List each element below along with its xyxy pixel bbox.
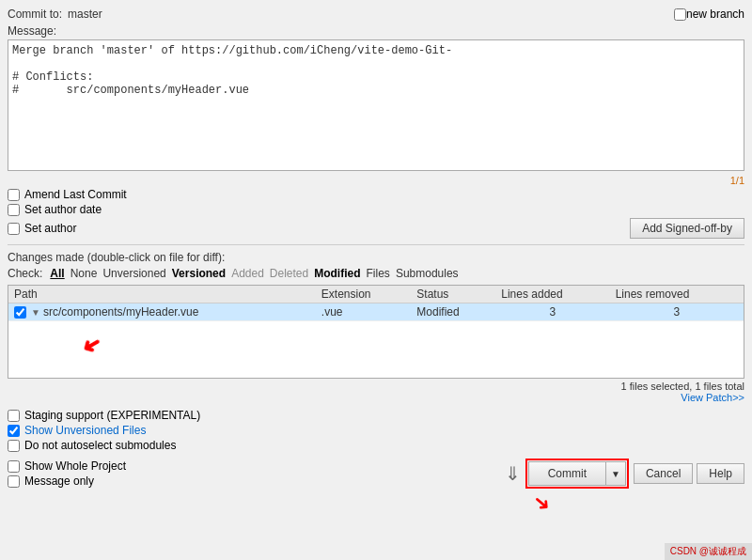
cell-lines-added: 3 <box>495 303 609 321</box>
check-label: Check: <box>8 267 42 280</box>
files-summary: 1 files selected, 1 files total <box>8 381 744 392</box>
col-lines-added: Lines added <box>495 286 609 303</box>
cancel-button[interactable]: Cancel <box>634 463 693 484</box>
file-table: Path Extension Status Lines added Lines … <box>8 286 744 321</box>
bottom-action-row: Show Whole Project Message only ⇓ Commit… <box>8 458 744 490</box>
tab-unversioned[interactable]: Unversioned <box>101 266 167 281</box>
message-section: Merge branch 'master' of https://github.… <box>8 39 744 186</box>
message-label: Message: <box>8 24 744 38</box>
cell-status: Modified <box>411 303 495 321</box>
tab-deleted[interactable]: Deleted <box>268 266 310 281</box>
show-whole-project-label: Show Whole Project <box>24 459 126 473</box>
message-only-label: Message only <box>24 474 94 488</box>
new-branch-checkbox[interactable] <box>674 8 686 21</box>
author-date-row: Set author date <box>8 203 744 216</box>
tab-submodules[interactable]: Submodules <box>394 266 461 281</box>
commit-to-row: Commit to: master new branch <box>8 8 744 21</box>
cell-extension: .vue <box>316 303 412 321</box>
add-signed-off-button[interactable]: Add Signed-off-by <box>630 218 744 239</box>
staging-row: Staging support (EXPERIMENTAL) <box>8 409 744 422</box>
view-patch-link[interactable]: View Patch>> <box>8 392 744 403</box>
csdn-watermark: CSDN @诚诚程成 <box>665 543 752 560</box>
col-path: Path <box>8 286 316 303</box>
message-only-checkbox[interactable] <box>8 475 20 488</box>
author-date-checkbox[interactable] <box>8 204 20 216</box>
new-branch-area: new branch <box>674 8 744 21</box>
expand-icon: ▼ <box>31 307 40 318</box>
cell-lines-removed: 3 <box>610 303 744 321</box>
red-arrow-2: ➜ <box>527 488 556 517</box>
author-date-label: Set author date <box>24 203 102 216</box>
message-only-row: Message only <box>8 474 126 488</box>
commit-to-label: Commit to: <box>8 8 62 21</box>
set-author-label: Set author <box>24 222 76 235</box>
changes-title: Changes made (double-click on file for d… <box>8 251 744 264</box>
file-path: src/components/myHeader.vue <box>43 305 198 319</box>
table-header-row: Path Extension Status Lines added Lines … <box>8 286 744 303</box>
tab-none[interactable]: None <box>69 266 100 281</box>
tab-modified[interactable]: Modified <box>312 266 362 281</box>
no-autoselect-checkbox[interactable] <box>8 440 20 452</box>
set-author-checkbox[interactable] <box>8 223 20 235</box>
tab-files[interactable]: Files <box>365 266 392 281</box>
commit-dropdown-button[interactable]: ▼ <box>605 461 626 486</box>
tab-versioned[interactable]: Versioned <box>170 266 227 281</box>
show-whole-project-checkbox[interactable] <box>8 460 20 473</box>
col-status: Status <box>411 286 495 303</box>
file-table-container: Path Extension Status Lines added Lines … <box>8 285 744 379</box>
divider-1 <box>8 244 744 245</box>
staging-label: Staging support (EXPERIMENTAL) <box>24 409 200 422</box>
help-button[interactable]: Help <box>697 463 744 484</box>
sort-icon: ⇓ <box>505 462 521 485</box>
file-checkbox[interactable] <box>14 306 26 319</box>
col-extension: Extension <box>316 286 412 303</box>
staging-checkbox[interactable] <box>8 410 20 422</box>
branch-name: master <box>68 8 102 21</box>
tab-added[interactable]: Added <box>229 266 266 281</box>
amend-label: Amend Last Commit <box>24 188 127 201</box>
textarea-counter: 1/1 <box>8 175 744 186</box>
message-textarea[interactable]: Merge branch 'master' of https://github.… <box>8 39 744 171</box>
new-branch-label: new branch <box>686 8 744 21</box>
show-unversioned-row: Show Unversioned Files <box>8 424 744 437</box>
right-action-area: ⇓ Commit ▼ Cancel Help <box>505 461 744 486</box>
bottom-left-options: Show Whole Project Message only <box>8 458 126 490</box>
commit-btn-group: Commit ▼ <box>528 461 626 486</box>
commit-btn-wrapper: Commit ▼ <box>528 461 626 486</box>
tab-all[interactable]: All <box>48 266 66 281</box>
col-lines-removed: Lines removed <box>610 286 744 303</box>
path-cell: ▼ src/components/myHeader.vue <box>14 305 310 319</box>
table-body: ▼ src/components/myHeader.vue .vue Modif… <box>8 303 744 321</box>
set-author-row: Set author Add Signed-off-by <box>8 218 744 239</box>
set-author-left: Set author <box>8 222 76 235</box>
amend-option-row: Amend Last Commit <box>8 188 744 201</box>
no-autoselect-row: Do not autoselect submodules <box>8 439 744 452</box>
commit-button[interactable]: Commit <box>528 461 605 486</box>
tabs-row: Check: All None Unversioned Versioned Ad… <box>8 266 744 281</box>
no-autoselect-label: Do not autoselect submodules <box>24 439 176 452</box>
table-header: Path Extension Status Lines added Lines … <box>8 286 744 303</box>
commit-dialog: Commit to: master new branch Message: Me… <box>0 0 752 560</box>
amend-checkbox[interactable] <box>8 189 20 201</box>
cell-path: ▼ src/components/myHeader.vue <box>8 303 316 321</box>
show-whole-project-row: Show Whole Project <box>8 459 126 473</box>
bottom-options: Staging support (EXPERIMENTAL) Show Unve… <box>8 409 744 452</box>
table-row[interactable]: ▼ src/components/myHeader.vue .vue Modif… <box>8 303 744 321</box>
show-unversioned-checkbox[interactable] <box>8 425 20 437</box>
action-btns: Cancel Help <box>634 463 744 484</box>
show-unversioned-label: Show Unversioned Files <box>24 424 146 437</box>
